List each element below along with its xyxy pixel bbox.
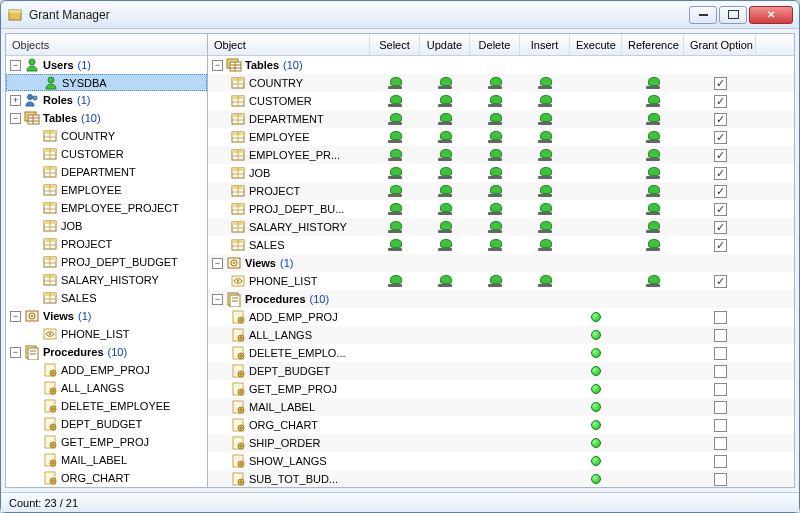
grant-cell[interactable]: [622, 344, 684, 362]
grant-cell[interactable]: [622, 416, 684, 434]
grant-option-checkbox[interactable]: [714, 437, 727, 450]
tree-item[interactable]: DELETE_EMPLOYEE: [6, 397, 207, 415]
grant-cell[interactable]: [570, 74, 622, 92]
grid-row[interactable]: SHOW_LANGS: [208, 452, 794, 470]
grant-option-cell[interactable]: ✓: [684, 146, 756, 164]
grant-cell[interactable]: [470, 398, 520, 416]
grant-option-checkbox[interactable]: [714, 455, 727, 468]
grant-option-checkbox[interactable]: ✓: [714, 113, 727, 126]
grid-row[interactable]: ADD_EMP_PROJ: [208, 308, 794, 326]
grant-cell[interactable]: [520, 470, 570, 487]
tree-item[interactable]: JOB: [6, 217, 207, 235]
grant-cell[interactable]: [570, 326, 622, 344]
grant-cell[interactable]: [420, 164, 470, 182]
col-object[interactable]: Object: [208, 34, 370, 55]
grant-option-cell[interactable]: ✓: [684, 236, 756, 254]
col-grant-option[interactable]: Grant Option: [684, 34, 756, 55]
grant-cell[interactable]: [420, 218, 470, 236]
grant-option-cell[interactable]: [684, 344, 756, 362]
expand-icon[interactable]: −: [10, 311, 21, 322]
grant-cell[interactable]: [470, 470, 520, 487]
grant-cell[interactable]: [370, 236, 420, 254]
grant-cell[interactable]: [420, 398, 470, 416]
tree-item[interactable]: ALL_LANGS: [6, 379, 207, 397]
tree-category[interactable]: −Users(1): [6, 56, 207, 74]
grant-cell[interactable]: [470, 434, 520, 452]
grid-row[interactable]: PHONE_LIST✓: [208, 272, 794, 290]
grant-cell[interactable]: [520, 344, 570, 362]
grant-option-cell[interactable]: [684, 398, 756, 416]
grant-cell[interactable]: [470, 362, 520, 380]
grant-option-checkbox[interactable]: [714, 365, 727, 378]
grid-row[interactable]: GET_EMP_PROJ: [208, 380, 794, 398]
grant-option-checkbox[interactable]: ✓: [714, 221, 727, 234]
col-select[interactable]: Select: [370, 34, 420, 55]
grant-cell[interactable]: [370, 74, 420, 92]
tree-item[interactable]: SALARY_HISTORY: [6, 271, 207, 289]
tree-category[interactable]: −Procedures(10): [6, 343, 207, 361]
grant-option-checkbox[interactable]: ✓: [714, 131, 727, 144]
grid-row[interactable]: CUSTOMER✓: [208, 92, 794, 110]
objects-tree[interactable]: −Users(1)SYSDBA+Roles(1)−Tables(10)COUNT…: [6, 56, 207, 487]
grant-cell[interactable]: [470, 74, 520, 92]
grant-cell[interactable]: [622, 236, 684, 254]
grant-cell[interactable]: [370, 92, 420, 110]
grant-cell[interactable]: [520, 434, 570, 452]
grant-cell[interactable]: [470, 182, 520, 200]
grant-cell[interactable]: [420, 146, 470, 164]
grant-cell[interactable]: [570, 182, 622, 200]
grant-cell[interactable]: [370, 182, 420, 200]
grant-cell[interactable]: [570, 308, 622, 326]
grant-cell[interactable]: [520, 452, 570, 470]
grant-option-cell[interactable]: ✓: [684, 272, 756, 290]
grant-cell[interactable]: [570, 380, 622, 398]
grid-row[interactable]: SHIP_ORDER: [208, 434, 794, 452]
tree-item[interactable]: CUSTOMER: [6, 145, 207, 163]
grant-cell[interactable]: [570, 452, 622, 470]
grant-option-checkbox[interactable]: ✓: [714, 95, 727, 108]
grant-cell[interactable]: [470, 218, 520, 236]
grant-cell[interactable]: [570, 218, 622, 236]
tree-item[interactable]: ORG_CHART: [6, 469, 207, 487]
grant-cell[interactable]: [622, 164, 684, 182]
tree-item[interactable]: EMPLOYEE_PROJECT: [6, 199, 207, 217]
grant-option-checkbox[interactable]: [714, 311, 727, 324]
grant-cell[interactable]: [622, 218, 684, 236]
grant-cell[interactable]: [570, 92, 622, 110]
grant-cell[interactable]: [570, 236, 622, 254]
tree-item[interactable]: SYSDBA: [6, 74, 207, 91]
grant-cell[interactable]: [370, 200, 420, 218]
grant-cell[interactable]: [622, 470, 684, 487]
grant-cell[interactable]: [370, 326, 420, 344]
grant-cell[interactable]: [520, 380, 570, 398]
grant-cell[interactable]: [370, 146, 420, 164]
grant-cell[interactable]: [570, 398, 622, 416]
grant-cell[interactable]: [370, 470, 420, 487]
grant-option-cell[interactable]: ✓: [684, 164, 756, 182]
grant-option-checkbox[interactable]: ✓: [714, 77, 727, 90]
grant-option-checkbox[interactable]: [714, 401, 727, 414]
grant-option-cell[interactable]: ✓: [684, 92, 756, 110]
tree-item[interactable]: PROJECT: [6, 235, 207, 253]
grant-cell[interactable]: [570, 344, 622, 362]
grant-option-checkbox[interactable]: ✓: [714, 167, 727, 180]
grid-row[interactable]: DELETE_EMPLO...: [208, 344, 794, 362]
grant-cell[interactable]: [570, 434, 622, 452]
grant-cell[interactable]: [622, 380, 684, 398]
grant-option-checkbox[interactable]: ✓: [714, 239, 727, 252]
expand-icon[interactable]: −: [10, 113, 21, 124]
grant-option-checkbox[interactable]: [714, 347, 727, 360]
grant-cell[interactable]: [420, 128, 470, 146]
grant-cell[interactable]: [622, 128, 684, 146]
grant-cell[interactable]: [622, 272, 684, 290]
expand-icon[interactable]: −: [10, 347, 21, 358]
grant-cell[interactable]: [370, 452, 420, 470]
grant-option-cell[interactable]: ✓: [684, 110, 756, 128]
grid-category-row[interactable]: −Views(1): [208, 254, 794, 272]
grant-cell[interactable]: [570, 416, 622, 434]
grant-cell[interactable]: [370, 434, 420, 452]
grant-option-checkbox[interactable]: ✓: [714, 203, 727, 216]
grid-row[interactable]: EMPLOYEE_PR...✓: [208, 146, 794, 164]
grant-cell[interactable]: [470, 380, 520, 398]
grid-category-row[interactable]: −Tables(10): [208, 56, 794, 74]
